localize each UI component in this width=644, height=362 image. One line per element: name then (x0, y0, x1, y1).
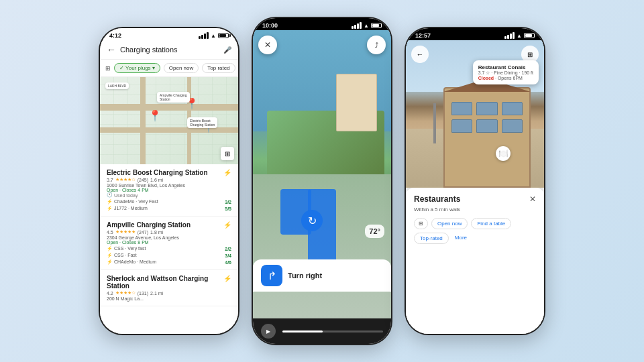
wifi-icon: ▲ (211, 33, 216, 39)
share-icon: ⤴ (375, 42, 378, 49)
mic-icon[interactable]: 🎤 (223, 46, 231, 54)
open-now-btn[interactable]: Open now (431, 218, 468, 229)
phone3-content: ← ⊞ Restaurant Conais 3.7 ☆ · Fine Dinin… (406, 40, 544, 334)
top-rated-btn[interactable]: Top-rated (414, 233, 449, 244)
phone2-time: 10:00 (262, 22, 278, 29)
phone2-status-icons: ▲ (352, 22, 382, 29)
plug-name: ⚡ ChadeMo · Very Fast (107, 199, 158, 204)
phone3-status-icons: ▲ (504, 32, 535, 39)
map-road-v1 (140, 77, 146, 164)
signal-icon-2 (352, 22, 362, 29)
map-background (100, 77, 238, 164)
back-icon: ← (417, 50, 424, 58)
find-table-btn[interactable]: Find a table (471, 218, 511, 229)
phone-3: 12:57 ▲ (405, 27, 545, 335)
ev-icon-2: ⚡ (223, 221, 231, 229)
sv-back-button[interactable]: ← (411, 46, 429, 63)
filter-icon-btn[interactable]: ⊞ (414, 218, 428, 229)
nav-progress-bar (282, 330, 383, 333)
stars-3: ★★★★☆ (115, 290, 136, 296)
plug-row-2-1: ⚡ CSS · Fast 3/4 (107, 253, 231, 258)
station-address-2: 2304 George Avenue, Los Angeles (107, 235, 231, 240)
battery-icon (218, 33, 229, 38)
map-label-ampville: Ampville ChargingStation (157, 92, 190, 103)
phone-1: 4:12 ▲ ← Charging stations 🎤 (99, 27, 239, 335)
phones-container: 4:12 ▲ ← Charging stations 🎤 (92, 0, 552, 362)
map-layers-button[interactable]: ⊞ (221, 147, 234, 160)
your-plugs-filter[interactable]: ✓ Your plugs ▾ (114, 63, 160, 73)
plug-avail-j: 5/5 (225, 206, 231, 211)
nav-play-button[interactable]: ▶ (261, 324, 276, 339)
stars-2: ★★★★★ (115, 229, 136, 235)
nav-turn-arrow-map: ↻ (301, 210, 323, 231)
sv-window-4 (451, 119, 472, 133)
station-rating-2: 4.5 ★★★★★ (247) 1.8 mi (107, 229, 231, 235)
map-area[interactable]: LAKH BLVD 📍 📍 📍 Ampville ChargingStation… (100, 77, 238, 164)
nav-map: ↻ ✕ ⤴ 72° ↱ Turn right (253, 30, 391, 318)
nav-progress-fill (282, 330, 323, 333)
nav-share-button[interactable]: ⤴ (367, 36, 386, 54)
restaurant-emoji-marker: 🍽️ (496, 146, 511, 161)
phone3-status-bar: 12:57 ▲ (406, 28, 544, 40)
open-now-filter[interactable]: Open now (164, 63, 199, 73)
phone1-status-icons: ▲ (199, 32, 229, 39)
wifi-icon-3: ▲ (517, 33, 522, 39)
nearby-title: Restaurants (414, 194, 460, 204)
plug-row-2-2: ⚡ CHAdeMo · Medium 4/6 (107, 259, 231, 265)
top-rated-filter[interactable]: Top rated (202, 63, 235, 73)
building-1 (336, 74, 378, 131)
filter-icon[interactable]: ⊞ (105, 65, 111, 72)
search-text[interactable]: Charging stations (120, 46, 219, 54)
station-item-1[interactable]: Electric Boost Charging Station ⚡ 3.7 ★★… (100, 164, 238, 217)
sv-pole (433, 103, 436, 143)
phone1-content: ← Charging stations 🎤 ⊞ ✓ Your plugs ▾ O… (100, 40, 238, 334)
wifi-icon-2: ▲ (364, 23, 369, 29)
temperature-display: 72° (365, 225, 384, 238)
street-view: ← ⊞ Restaurant Conais 3.7 ☆ · Fine Dinin… (406, 40, 544, 188)
sv-window-5 (476, 119, 497, 133)
station-name-1: Electric Boost Charging Station ⚡ (107, 169, 231, 176)
sv-building (443, 87, 531, 188)
nearby-close-button[interactable]: ✕ (529, 194, 536, 204)
phone1-time: 4:12 (109, 32, 121, 39)
restaurant-popup-rating: 3.7 ☆ · Fine Dining · 190 ft (478, 70, 533, 76)
station-used-1: 🕐Used today (107, 192, 231, 198)
map-pin-1: 📍 (150, 109, 160, 121)
restaurant-popup: Restaurant Conais 3.7 ☆ · Fine Dining · … (473, 60, 539, 84)
back-button[interactable]: ← (107, 44, 116, 55)
plug-row-1-0: ⚡ ChadeMo · Very Fast 3/2 (107, 199, 231, 204)
nav-instruction-bar: ↱ Turn right (253, 259, 391, 292)
stars-1: ★★★★☆ (115, 177, 136, 182)
phone2-status-bar: 10:00 ▲ (253, 18, 391, 30)
search-bar: ← Charging stations 🎤 (100, 40, 238, 60)
plug-avail: 3/2 (225, 200, 231, 204)
station-item-3[interactable]: Sherlock and Wattson Charging Station ⚡ … (100, 270, 238, 306)
sv-windows (451, 102, 523, 133)
map-label-boost: Electric BoostCharging Station (187, 117, 217, 128)
station-address-3: 200 N Magic La... (107, 296, 231, 301)
more-btn[interactable]: More (452, 233, 470, 244)
station-list: Electric Boost Charging Station ⚡ 3.7 ★★… (100, 164, 238, 334)
turn-direction-icon: ↱ (261, 265, 282, 286)
station-name-3: Sherlock and Wattson Charging Station ⚡ (107, 275, 231, 290)
battery-icon-3 (524, 33, 535, 38)
phone-2: 10:00 ▲ (252, 17, 392, 345)
station-rating-3: 4.2 ★★★★☆ (131) 2.1 mi (107, 290, 231, 296)
station-item-2[interactable]: Ampville Charging Station ⚡ 4.5 ★★★★★ (2… (100, 217, 238, 270)
plug-row-2-0: ⚡ CSS · Very fast 2/2 (107, 246, 231, 251)
nearby-filters: ⊞ Open now Find a table Top-rated More (414, 218, 536, 244)
map-road-h1 (100, 104, 238, 111)
map-label-lakth: LAKH BLVD (105, 82, 129, 89)
plug-name-j: ⚡ J1772 · Medium (107, 206, 148, 211)
sv-window-2 (476, 102, 497, 115)
nav-bottom-bar: ▶ (253, 318, 391, 344)
nearby-subtitle: Within a 5 min walk (414, 206, 536, 213)
filter-bar: ⊞ ✓ Your plugs ▾ Open now Top rated (100, 60, 238, 77)
plug-row-1-1: ⚡ J1772 · Medium 5/5 (107, 206, 231, 211)
sv-window-6 (502, 119, 523, 133)
close-icon: ✕ (264, 40, 271, 50)
nav-turn-text: Turn right (288, 272, 322, 280)
nav-close-button[interactable]: ✕ (258, 36, 277, 54)
ev-icon-3: ⚡ (223, 275, 231, 282)
sv-window-1 (451, 102, 472, 115)
